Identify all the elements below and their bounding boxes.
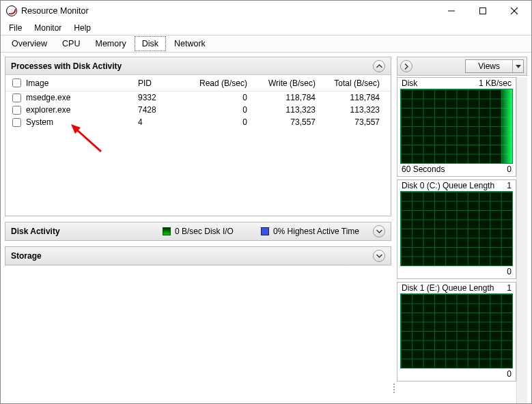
col-pid[interactable]: PID bbox=[138, 78, 179, 88]
tab-memory[interactable]: Memory bbox=[89, 37, 133, 50]
title-bar: Resource Monitor bbox=[1, 1, 531, 21]
graph-canvas bbox=[400, 191, 513, 266]
minimize-button[interactable] bbox=[436, 1, 467, 21]
cell-write: 118,784 bbox=[250, 93, 316, 102]
svg-line-4 bbox=[75, 128, 101, 152]
cell-total: 73,557 bbox=[318, 117, 384, 127]
cell-read: 0 bbox=[182, 117, 247, 127]
cell-total: 118,784 bbox=[318, 93, 384, 102]
graph-disk0-queue: Disk 0 (C:) Queue Length 1 0 bbox=[397, 179, 516, 279]
table-row[interactable]: msedge.exe 9332 0 118,784 118,784 bbox=[5, 91, 391, 104]
menu-file[interactable]: File bbox=[3, 22, 27, 34]
graph-canvas bbox=[400, 293, 513, 369]
col-total[interactable]: Total (B/sec) bbox=[318, 78, 384, 88]
window-title: Resource Monitor bbox=[21, 6, 89, 16]
graph-title-left: Disk 1 (E:) Queue Length bbox=[402, 283, 494, 293]
cell-write: 73,557 bbox=[250, 117, 316, 127]
select-all-checkbox[interactable] bbox=[12, 78, 21, 87]
splitter[interactable] bbox=[391, 53, 397, 403]
chevron-right-icon[interactable] bbox=[400, 60, 412, 72]
menu-help[interactable]: Help bbox=[68, 22, 96, 34]
graph-foot-right: 0 bbox=[507, 267, 512, 276]
cell-read: 0 bbox=[182, 105, 247, 115]
graph-disk1-queue: Disk 1 (E:) Queue Length 1 0 bbox=[397, 282, 516, 381]
graph-title-right: 1 bbox=[507, 181, 512, 190]
annotation-arrow-icon bbox=[70, 124, 102, 153]
svg-rect-1 bbox=[480, 8, 486, 14]
graph-foot-right: 0 bbox=[507, 164, 512, 174]
views-label: Views bbox=[466, 61, 512, 71]
menu-monitor[interactable]: Monitor bbox=[29, 22, 67, 34]
panel-disk-activity-header[interactable]: Disk Activity 0 B/sec Disk I/O 0% Highes… bbox=[5, 222, 391, 240]
graph-title-left: Disk bbox=[402, 78, 417, 88]
cell-image: explorer.exe bbox=[26, 105, 135, 115]
chevron-down-icon[interactable] bbox=[373, 225, 385, 237]
graph-activity-icon bbox=[501, 89, 512, 163]
tab-cpu[interactable]: CPU bbox=[55, 37, 87, 50]
tab-disk[interactable]: Disk bbox=[135, 36, 166, 51]
cell-total: 113,323 bbox=[318, 105, 384, 115]
graph-disk: Disk 1 KB/sec 60 Seconds 0 bbox=[397, 77, 516, 177]
green-swatch-icon bbox=[163, 227, 171, 235]
table-row[interactable]: explorer.exe 7428 0 113,323 113,323 bbox=[5, 104, 391, 116]
panel-storage: Storage bbox=[5, 246, 391, 265]
disk-io-stat: 0 B/sec Disk I/O bbox=[163, 227, 234, 236]
panel-processes-header[interactable]: Processes with Disk Activity bbox=[5, 57, 391, 75]
row-checkbox[interactable] bbox=[12, 106, 21, 115]
highest-active-stat: 0% Highest Active Time bbox=[261, 227, 359, 236]
processes-table-header: Image PID Read (B/sec) Write (B/sec) Tot… bbox=[5, 75, 391, 91]
menu-bar: File Monitor Help bbox=[1, 21, 531, 35]
cell-read: 0 bbox=[182, 93, 247, 102]
chevron-up-icon[interactable] bbox=[373, 60, 385, 72]
cell-pid: 7428 bbox=[138, 105, 179, 115]
graph-foot-left: 60 Seconds bbox=[402, 164, 445, 174]
scrollbar[interactable] bbox=[516, 77, 527, 403]
graph-canvas bbox=[400, 89, 513, 164]
col-write[interactable]: Write (B/sec) bbox=[250, 78, 316, 88]
cell-pid: 4 bbox=[138, 117, 179, 127]
cell-pid: 9332 bbox=[138, 93, 179, 102]
highest-active-label: 0% Highest Active Time bbox=[273, 227, 359, 236]
col-image[interactable]: Image bbox=[26, 78, 135, 88]
row-checkbox[interactable] bbox=[12, 118, 21, 127]
panel-disk-activity: Disk Activity 0 B/sec Disk I/O 0% Highes… bbox=[5, 222, 391, 241]
table-row[interactable]: System 4 0 73,557 73,557 bbox=[5, 116, 391, 128]
tab-bar: Overview CPU Memory Disk Network bbox=[1, 35, 531, 53]
maximize-button[interactable] bbox=[467, 1, 499, 21]
views-button[interactable]: Views bbox=[465, 59, 524, 73]
svg-marker-6 bbox=[516, 65, 521, 68]
graph-title-right: 1 KB/sec bbox=[479, 78, 512, 88]
graph-foot-right: 0 bbox=[507, 369, 512, 379]
cell-image: msedge.exe bbox=[26, 93, 135, 102]
panel-processes: Processes with Disk Activity Image PID R… bbox=[5, 57, 391, 216]
disk-io-label: 0 B/sec Disk I/O bbox=[175, 227, 234, 236]
processes-table-body: msedge.exe 9332 0 118,784 118,784 explor… bbox=[5, 91, 391, 216]
panel-storage-header[interactable]: Storage bbox=[5, 247, 391, 265]
tab-overview[interactable]: Overview bbox=[5, 37, 54, 50]
panel-disk-activity-title: Disk Activity bbox=[11, 227, 60, 236]
tab-network[interactable]: Network bbox=[167, 37, 212, 50]
cell-write: 113,323 bbox=[250, 105, 316, 115]
blue-swatch-icon bbox=[261, 227, 269, 235]
panel-processes-title: Processes with Disk Activity bbox=[11, 61, 122, 71]
close-button[interactable] bbox=[499, 1, 530, 21]
row-checkbox[interactable] bbox=[12, 93, 21, 102]
chevron-down-icon[interactable] bbox=[373, 250, 385, 262]
cell-image: System bbox=[26, 117, 135, 127]
app-icon bbox=[6, 5, 17, 16]
col-read[interactable]: Read (B/sec) bbox=[182, 78, 247, 88]
side-panel-header: Views bbox=[397, 57, 527, 76]
graph-title-right: 1 bbox=[507, 283, 512, 293]
panel-storage-title: Storage bbox=[11, 251, 42, 261]
graph-title-left: Disk 0 (C:) Queue Length bbox=[402, 181, 494, 190]
dropdown-arrow-icon[interactable] bbox=[512, 60, 523, 72]
